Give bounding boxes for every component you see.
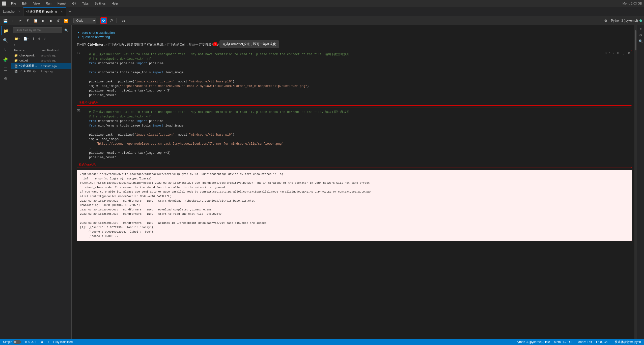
cell-code-0[interactable]: # 若出现ValueError: Failed to read the chec… [87, 50, 602, 100]
right-icon-search[interactable]: 🔍 [638, 38, 643, 44]
file-item-readme[interactable]: 📓 README.ip... 2 days ago [11, 69, 71, 74]
git-panel-button[interactable]: ⑂ [43, 36, 47, 41]
file-search-input[interactable] [13, 27, 62, 33]
bullet-item-0: zero shot classification [82, 31, 632, 35]
tooltip-container: 1 点击Formatter按钮，即可一键格式化 [213, 40, 279, 48]
kernel-settings-button[interactable]: ⚙ [602, 17, 609, 24]
right-sidebar: ≡ ⚙ 🔍 [637, 25, 644, 339]
code-line [89, 128, 630, 133]
col-name-header[interactable]: Name ▲ [14, 49, 41, 52]
edit-mode: Mode: Edit [578, 340, 592, 344]
stop-button[interactable]: ■ [47, 17, 54, 24]
refresh-button[interactable]: ↺ [37, 36, 42, 41]
add-cell-button[interactable]: + [10, 17, 16, 24]
output-line: If you want to enable it, please use sem… [80, 190, 629, 194]
restart-run-button[interactable]: ⏩ [63, 17, 69, 24]
output-line: [WARNING] ME(52:139753843963712,MainProc… [80, 181, 629, 185]
sidebar-icon-property[interactable]: ⚙ [1, 74, 10, 83]
paste-button[interactable]: 📋 [32, 17, 39, 24]
tab-notebook-close[interactable]: ✕ [61, 10, 63, 13]
simple-toggle[interactable] [13, 340, 21, 344]
copy-cell-btn[interactable]: ⎘ [604, 51, 607, 55]
output-line: /opt/conda/lib/python3.9/site-packages/m… [80, 172, 629, 177]
code-line: from mindformers.tools.image_tools impor… [89, 70, 600, 75]
output-line: {'score': 0.003... [80, 234, 629, 239]
cut-button[interactable]: ✂ [17, 17, 24, 24]
new-folder-button[interactable]: 📁+ [13, 36, 21, 41]
save-button[interactable]: 💾 [2, 17, 9, 24]
sidebar-icon-files[interactable]: 📁 [1, 26, 10, 35]
cell-body-0: # 若出现ValueError: Failed to read the chec… [87, 50, 602, 100]
notebook-scroll[interactable]: zero shot classification question answer… [72, 25, 637, 339]
cell-unformatted[interactable]: [ ]: # 若出现ValueError: Failed to read the… [77, 50, 632, 106]
menu-help[interactable]: Help [111, 1, 119, 6]
restart-button[interactable]: ↺ [55, 17, 62, 24]
more-btn[interactable]: ⋮ [621, 51, 626, 55]
code-line: "https://ascend-repo-modelzoo.obs.cn-eas… [89, 142, 630, 146]
app-logo [2, 2, 6, 6]
file-item-output[interactable]: 📁 output seconds ago [11, 58, 71, 63]
code-line: pipeline_result = pipeline_task(img, top… [89, 88, 600, 93]
move-up-btn[interactable]: ↑ [608, 51, 611, 55]
file-item-checkpoint[interactable]: 📁 checkpoint... seconds ago [11, 53, 71, 58]
git-button[interactable]: git [119, 17, 128, 24]
sidebar-icon-commands[interactable]: ☰ [1, 65, 10, 74]
file-date: a minute ago [41, 65, 68, 68]
cell-formatted[interactable]: [1]: # 若出现ValueError: Failed to read the… [77, 108, 632, 168]
menu-settings[interactable]: Settings [94, 1, 106, 6]
cell-code-1[interactable]: # 若出现ValueError: Failed to read the chec… [87, 108, 632, 162]
notebook-filename: 快速体验教程.ipynb [615, 340, 641, 344]
warning-num: 1 [35, 340, 37, 344]
sidebar-icon-extensions[interactable]: 🧩 [1, 55, 10, 64]
expand-btn[interactable]: ⊞ [616, 51, 621, 55]
file-item-notebook[interactable]: 📓 快速体验教... a minute ago [11, 63, 71, 69]
upload-button[interactable]: ⬆ [31, 36, 36, 41]
time-button[interactable]: ⏱ [108, 17, 115, 24]
copy-button[interactable]: ⎘ [25, 17, 31, 24]
new-tab-button[interactable]: + [66, 7, 73, 16]
right-icon-settings[interactable]: ⚙ [638, 32, 643, 38]
menu-tabs[interactable]: Tabs [81, 1, 90, 6]
git-status[interactable]: ↕ [47, 340, 49, 344]
output-line: allel_context(parallel_mode=ParallelMode… [80, 194, 629, 199]
menu-bar: File Edit View Run Kernel Git Tabs Setti… [0, 0, 644, 7]
instruction-text: 你可以 Ctrl+Enter 运行下面代码，或者使用菜单栏的三角形运行下面的Ce… [72, 40, 637, 50]
code-line: pipeline_result [89, 155, 630, 160]
right-icon-property[interactable]: ≡ [638, 26, 643, 32]
sidebar-icon-search[interactable]: 🔍 [1, 36, 10, 45]
menu-view[interactable]: View [32, 1, 41, 6]
menu-git[interactable]: Git [71, 1, 77, 6]
modified-dot [55, 11, 57, 13]
file-name: output [19, 59, 41, 62]
scrollbar-thumb[interactable] [635, 30, 636, 50]
file-list: 📁 checkpoint... seconds ago 📁 output sec… [11, 53, 71, 339]
move-down-btn[interactable]: ↓ [612, 51, 615, 55]
tab-notebook[interactable]: 快速体验教程.ipynb ✕ [23, 7, 66, 16]
new-file-button[interactable]: 📄+ [22, 36, 30, 41]
sidebar-icon-git[interactable]: ⑂ [1, 45, 10, 54]
menu-run[interactable]: Run [45, 1, 52, 6]
search-icon-button[interactable]: 🔍 [63, 28, 69, 33]
toggle-knob [14, 341, 16, 343]
settings-status[interactable]: ⚙ [41, 340, 43, 344]
scrollbar-track[interactable] [634, 25, 637, 339]
folder-icon: 📁 [14, 59, 18, 62]
folder-icon: 📁 [14, 54, 18, 57]
settings-icon: ⚙ [41, 340, 43, 344]
menu-edit[interactable]: Edit [21, 1, 28, 6]
fully-initialized: Fully initialized [53, 340, 73, 344]
tab-bar: Launcher ✕ 快速体验教程.ipynb ✕ + [0, 7, 644, 16]
output-line: inf = Tensor(np.log(0.0), mstype.float32… [80, 177, 629, 181]
cell-type-select[interactable]: Code Markdown Raw [73, 18, 96, 23]
run-button[interactable]: ▶ [40, 17, 46, 24]
tab-launcher[interactable]: Launcher ✕ [0, 7, 23, 16]
code-line [89, 66, 600, 70]
format-button[interactable]: ⟳ [100, 17, 107, 24]
menu-kernel[interactable]: Kernel [57, 1, 67, 6]
menu-file[interactable]: File [10, 1, 17, 6]
tab-launcher-close[interactable]: ✕ [18, 10, 20, 13]
cell-header-formatted: [1]: # 若出现ValueError: Failed to read the… [77, 108, 632, 162]
delete-btn[interactable]: 🗑 [627, 51, 632, 55]
tab-notebook-label: 快速体验教程.ipynb [26, 10, 53, 14]
tooltip-badge: 1 [213, 42, 217, 46]
